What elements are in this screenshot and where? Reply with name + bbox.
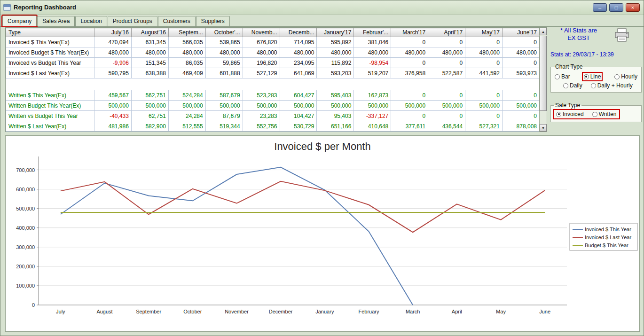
table-cell: 0 (502, 58, 539, 68)
column-header[interactable]: June'17 (502, 28, 539, 37)
table-cell: 500,000 (317, 101, 354, 111)
printer-icon[interactable] (613, 28, 630, 45)
stats-note: * All Stats are EX GST (550, 27, 642, 45)
radio-icon (591, 83, 596, 88)
table-cell: 0 (428, 37, 465, 47)
table-cell: 601,888 (205, 68, 243, 78)
x-axis-label: September (136, 309, 161, 314)
legend-label: Invoiced $ Last Year (585, 234, 631, 240)
separator-row (6, 78, 540, 90)
column-header[interactable]: April'17 (428, 28, 465, 37)
table-cell: 480,000 (428, 47, 465, 58)
table-cell: 0 (502, 37, 539, 47)
radio-icon (614, 74, 620, 79)
table-cell: 0 (391, 111, 428, 121)
table-vertical-scrollbar[interactable]: ▲ ▼ (539, 28, 547, 132)
table-cell: 480,000 (131, 47, 168, 58)
chart-type-daily-hourly-radio[interactable]: Daily + Hourly (590, 82, 634, 89)
column-header[interactable]: July'16 (94, 28, 132, 37)
tab-customers[interactable]: Customers (158, 16, 196, 26)
x-axis-label: December (269, 309, 293, 314)
sale-type-written-radio[interactable]: Written (591, 110, 618, 118)
column-header[interactable]: Decemb... (280, 28, 317, 37)
radio-label: Invoiced (563, 111, 584, 117)
table-cell: 0 (428, 90, 465, 101)
table-cell: 878,008 (502, 121, 539, 132)
sale-type-options: Invoiced Written (554, 110, 619, 118)
tab-product-groups[interactable]: Product Groups (108, 16, 157, 26)
table-cell: 0 (391, 90, 428, 101)
chart-type-bar-radio[interactable]: Bar (554, 73, 571, 80)
scroll-down-icon[interactable]: ▼ (540, 124, 547, 132)
tab-suppliers[interactable]: Suppliers (196, 16, 230, 26)
column-header[interactable]: Type (6, 28, 94, 37)
chart-type-daily-radio[interactable]: Daily (562, 82, 583, 89)
radio-label: Hourly (621, 73, 637, 80)
radio-label: Written (599, 111, 617, 117)
table-cell: 500,000 (243, 101, 280, 111)
column-header[interactable]: Septem... (168, 28, 205, 37)
minimize-button[interactable]: – (593, 3, 607, 12)
radio-icon (556, 112, 561, 117)
tab-location[interactable]: Location (75, 16, 107, 26)
column-header[interactable]: January'17 (317, 28, 354, 37)
maximize-button[interactable]: □ (609, 3, 623, 12)
column-header[interactable]: Februar'... (354, 28, 391, 37)
scroll-up-icon[interactable]: ▲ (540, 28, 547, 35)
tab-company[interactable]: Company (2, 16, 37, 26)
table-cell: 587,679 (205, 90, 243, 101)
chart-type-row-1: Bar Line Hourly (554, 73, 638, 80)
table-cell: 500,000 (168, 101, 205, 111)
column-header[interactable]: October'... (205, 28, 243, 37)
column-header[interactable]: August'16 (131, 28, 168, 37)
table-cell: 436,544 (428, 121, 465, 132)
table-cell: 480,000 (280, 47, 317, 58)
series-line-invoiced-last-year (61, 181, 545, 232)
table-cell: 234,095 (280, 58, 317, 68)
table-cell: 377,611 (391, 121, 428, 132)
table-cell: 59,865 (205, 58, 243, 68)
row-label: Invoiced $ This Year(Ex) (6, 37, 94, 47)
table-cell: 459,567 (94, 90, 132, 101)
table-cell: -337,127 (354, 111, 391, 121)
table-cell: 500,000 (94, 101, 132, 111)
table-cell: 441,592 (465, 68, 503, 78)
chart-title: Invoiced $ per Month (6, 141, 639, 153)
sale-type-invoiced-radio[interactable]: Invoiced (555, 110, 585, 118)
table-cell: 500,000 (354, 101, 391, 111)
table-cell (428, 78, 465, 90)
table-cell: 519,207 (354, 68, 391, 78)
table-cell: 566,035 (168, 37, 205, 47)
table-cell: 604,427 (280, 90, 317, 101)
column-header[interactable]: March'17 (391, 28, 428, 37)
chart-type-line-radio[interactable]: Line (583, 73, 602, 80)
table-cell: 480,000 (243, 47, 280, 58)
table-cell (465, 78, 503, 90)
chart-type-hourly-radio[interactable]: Hourly (613, 73, 638, 80)
table-cell: 539,865 (205, 37, 243, 47)
y-axis-tick-label: 200,000 (16, 264, 35, 269)
scroll-thumb[interactable] (540, 36, 547, 111)
row-label: Invoiced $ Last Year(Ex) (6, 68, 94, 78)
app-icon (3, 4, 11, 11)
radio-icon (592, 112, 597, 117)
table-cell: 500,000 (131, 101, 168, 111)
chart-type-group: Chart Type Bar Line Hourly Daily (550, 63, 642, 93)
column-header[interactable]: May'17 (465, 28, 503, 37)
column-header[interactable]: Novemb... (243, 28, 280, 37)
table-cell: 638,388 (131, 68, 168, 78)
table-cell: 86,035 (168, 58, 205, 68)
table-cell: 480,000 (94, 47, 132, 58)
table-cell: 0 (465, 90, 503, 101)
radio-icon (563, 83, 568, 88)
table-cell: 595,892 (317, 37, 354, 47)
title-bar[interactable]: Reporting Dashboard – □ × (0, 0, 644, 15)
table-cell: 196,820 (243, 58, 280, 68)
table-cell: 87,679 (205, 111, 243, 121)
table-cell: 151,345 (131, 58, 168, 68)
tab-sales-area[interactable]: Sales Area (37, 16, 75, 26)
line-chart: 0100,000200,000300,000400,000500,000600,… (7, 154, 638, 328)
y-axis-tick-label: 400,000 (16, 225, 35, 231)
stats-timestamp: Stats at: 29/03/17 - 13:39 (550, 51, 642, 58)
close-button[interactable]: × (626, 3, 640, 12)
